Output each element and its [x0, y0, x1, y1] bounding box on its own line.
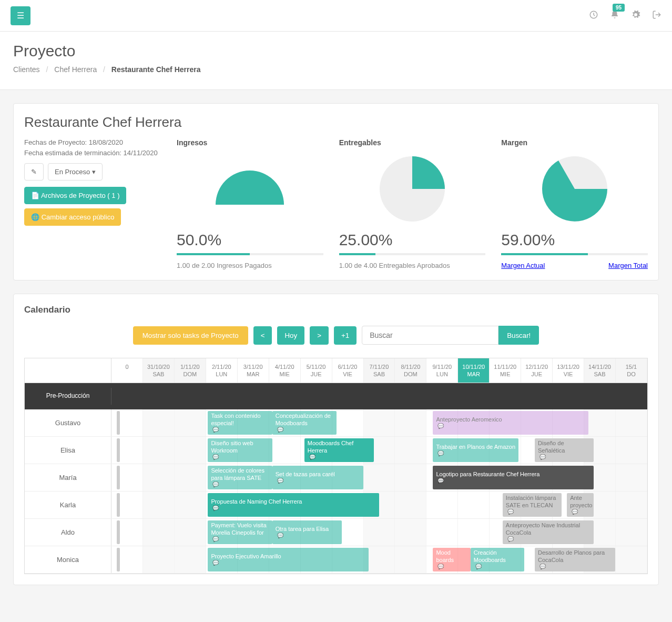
- search-input[interactable]: [362, 326, 498, 345]
- ingresos-bar: [177, 253, 250, 255]
- task-bar[interactable]: Conceptualización de Moodboards: [272, 411, 337, 435]
- metric-ingresos: Ingresos 50.0% 1.00 de 2.00 Ingresos Pag…: [177, 138, 323, 269]
- gantt-row: AldoPayment: Vuelo visita Morelia Cinepo…: [25, 519, 647, 546]
- plus-one-button[interactable]: +1: [334, 326, 357, 345]
- gantt-date-col: 15/1DO: [616, 358, 647, 383]
- gantt-row: KarlaPropuesta de Naming Chef HerreraIns…: [25, 491, 647, 519]
- task-bar[interactable]: Task con contenido especial!: [208, 411, 272, 435]
- ingresos-chart: [177, 155, 323, 223]
- entregables-bar: [339, 253, 376, 255]
- notifications-icon[interactable]: 95: [610, 10, 619, 21]
- project-name: Restaurante Chef Herrera: [24, 114, 648, 131]
- hamburger-icon: ☰: [17, 11, 24, 21]
- task-bar[interactable]: Mood boards: [433, 548, 470, 571]
- task-bar[interactable]: Payment: Vuelo visita Morelia Cinepolis …: [208, 520, 272, 544]
- task-bar[interactable]: Logotipo para Restaurante Chef Herrera: [433, 466, 594, 489]
- next-button[interactable]: >: [310, 326, 329, 345]
- row-label: Elisa: [25, 437, 111, 464]
- prev-button[interactable]: <: [253, 326, 272, 345]
- search-button[interactable]: Buscar!: [498, 326, 539, 345]
- notifications-badge: 95: [613, 4, 625, 12]
- breadcrumb: Clientes / Chef Herrera / Restaurante Ch…: [13, 65, 659, 74]
- project-dates: Fechas de Proyecto: 18/08/2020: [24, 138, 161, 146]
- gantt-chart: 031/10/20SAB1/11/20DOM2/11/20LUN3/11/20M…: [24, 358, 648, 574]
- task-bar[interactable]: Proyecto Ejecutivo Amarillo: [208, 548, 369, 571]
- entregables-chart: [339, 155, 486, 223]
- today-button[interactable]: Hoy: [277, 326, 304, 345]
- metric-margen: Margen 59.00% Margen Actual Margen Total: [501, 138, 648, 269]
- metric-entregables: Entregables 25.00% 1.00 de 4.00 Entregab…: [339, 138, 486, 269]
- breadcrumb-l1[interactable]: Clientes: [13, 65, 40, 74]
- gantt-row: MonicaProyecto Ejecutivo AmarilloMood bo…: [25, 546, 647, 574]
- gantt-date-col: 0: [111, 358, 143, 383]
- gantt-date-col: 3/11/20MAR: [238, 358, 269, 383]
- project-files-button[interactable]: 📄 Archivos de Proyecto ( 1 ): [24, 187, 126, 204]
- task-bar[interactable]: Set de tazas para carél: [272, 466, 363, 489]
- drag-handle[interactable]: [117, 466, 120, 489]
- gantt-date-col: 6/11/20VIE: [332, 358, 364, 383]
- task-bar[interactable]: Diseño de Señalética: [535, 438, 594, 462]
- task-bar[interactable]: Diseño sitio web Workroom: [208, 438, 272, 462]
- row-label: Aldo: [25, 519, 111, 546]
- project-panel: Restaurante Chef Herrera Fechas de Proye…: [13, 103, 659, 280]
- gantt-date-col: 1/11/20DOM: [175, 358, 206, 383]
- topbar-right: 95: [589, 10, 661, 21]
- margen-total-link[interactable]: Margen Total: [608, 262, 648, 269]
- task-bar[interactable]: Instalación lámpara SATE en TLECAN: [503, 493, 562, 517]
- task-bar[interactable]: Anteproyecto Nave Industrial CocaCola: [503, 520, 594, 544]
- row-label: María: [25, 464, 111, 491]
- gantt-row: ElisaDiseño sitio web WorkroomMoodboards…: [25, 437, 647, 464]
- row-label: Gustavo: [25, 409, 111, 436]
- task-bar[interactable]: Selección de colores para lámpara SATE: [208, 466, 272, 489]
- drag-handle[interactable]: [117, 548, 120, 571]
- drag-handle[interactable]: [117, 520, 120, 544]
- gantt-date-col: 7/11/20SAB: [364, 358, 395, 383]
- clock-icon[interactable]: [589, 10, 598, 21]
- gantt-date-col: 11/11/20MIE: [490, 358, 521, 383]
- row-label: Karla: [25, 491, 111, 518]
- task-bar[interactable]: Anteproyecto Aeromexico: [433, 411, 588, 435]
- task-bar[interactable]: Desarrollo de Planos para CocaCola: [535, 548, 615, 571]
- task-bar[interactable]: Moodboards Chef Herrera: [304, 438, 374, 462]
- breadcrumb-l2[interactable]: Chef Herrera: [54, 65, 97, 74]
- project-est: Fecha estimada de terminación: 14/11/202…: [24, 149, 161, 157]
- gantt-date-col: 10/11/20MAR: [458, 358, 490, 383]
- gantt-date-col: 14/11/20SAB: [584, 358, 616, 383]
- breadcrumb-l3: Restaurante Chef Herrera: [111, 65, 201, 74]
- margen-chart: [501, 155, 648, 223]
- margen-bar: [501, 253, 587, 255]
- pencil-icon: ✎: [31, 168, 37, 176]
- phase-row: Pre-Producción: [25, 383, 647, 409]
- project-meta: Fechas de Proyecto: 18/08/2020 Fecha est…: [24, 138, 161, 269]
- logout-icon[interactable]: [652, 10, 661, 21]
- status-dropdown[interactable]: En Proceso ▾: [48, 163, 103, 180]
- task-bar[interactable]: Trabajar en Planos de Amazon: [433, 438, 518, 462]
- public-access-button[interactable]: 🌐 Cambiar acceso público: [24, 208, 121, 226]
- page-title: Proyecto: [13, 42, 659, 60]
- gantt-date-col: 31/10/20SAB: [143, 358, 175, 383]
- edit-button[interactable]: ✎: [24, 163, 44, 180]
- task-bar[interactable]: Otra tarea para Elisa: [272, 520, 342, 544]
- gantt-date-col: 9/11/20LUN: [426, 358, 458, 383]
- gantt-header: 031/10/20SAB1/11/20DOM2/11/20LUN3/11/20M…: [25, 358, 647, 383]
- filter-tasks-button[interactable]: Mostrar solo tasks de Proyecto: [133, 326, 248, 345]
- drag-handle[interactable]: [117, 438, 120, 462]
- gear-icon[interactable]: [631, 10, 640, 21]
- drag-handle[interactable]: [117, 493, 120, 517]
- menu-toggle-button[interactable]: ☰: [11, 6, 30, 25]
- phase-label: Pre-Producción: [25, 388, 111, 405]
- gantt-row: GustavoTask con contenido especial!Conce…: [25, 409, 647, 437]
- page-header: Proyecto Clientes / Chef Herrera / Resta…: [0, 32, 672, 90]
- task-bar[interactable]: Ante proyecto: [567, 493, 594, 517]
- margen-actual-link[interactable]: Margen Actual: [501, 262, 545, 269]
- gantt-date-col: 5/11/20JUE: [301, 358, 332, 383]
- gantt-date-col: 2/11/20LUN: [206, 358, 238, 383]
- gantt-date-col: 8/11/20DOM: [395, 358, 426, 383]
- globe-icon: 🌐: [31, 213, 39, 221]
- file-icon: 📄: [31, 192, 39, 199]
- gantt-date-col: 12/11/20JUE: [521, 358, 553, 383]
- task-bar[interactable]: Creación Moodboards: [471, 548, 524, 571]
- task-bar[interactable]: Propuesta de Naming Chef Herrera: [208, 493, 379, 517]
- drag-handle[interactable]: [117, 411, 120, 435]
- gantt-row: MaríaSelección de colores para lámpara S…: [25, 464, 647, 491]
